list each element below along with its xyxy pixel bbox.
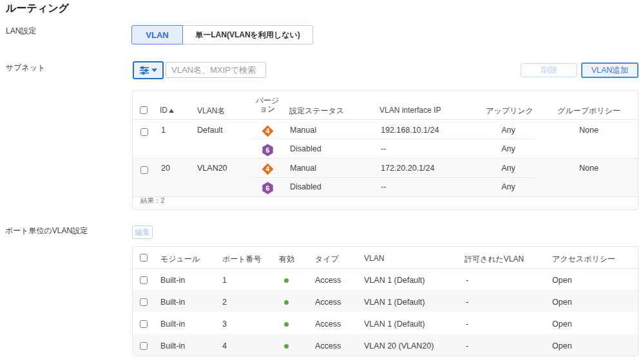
svg-text:4: 4 [266, 127, 270, 135]
svg-text:6: 6 [265, 184, 269, 192]
svg-text:6: 6 [265, 146, 269, 154]
svg-text:4: 4 [266, 165, 270, 173]
